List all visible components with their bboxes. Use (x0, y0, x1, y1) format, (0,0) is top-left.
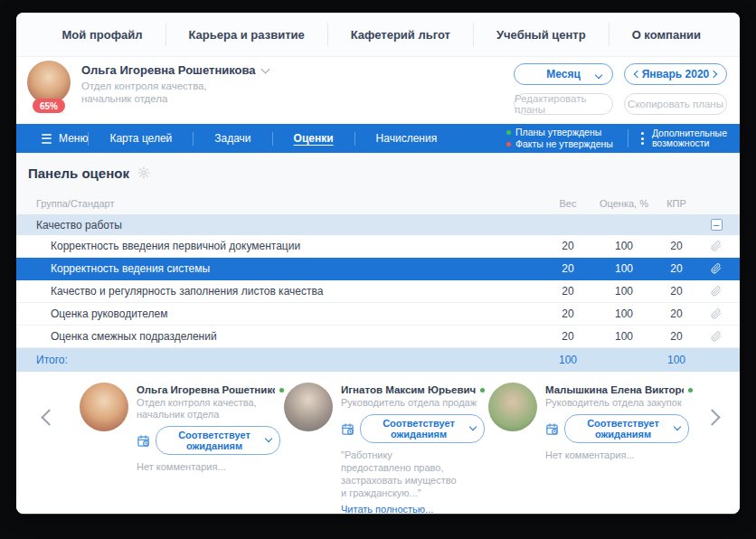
row-kpr: 20 (655, 307, 698, 320)
chevron-down-icon (265, 435, 272, 442)
legend-label: Факты не утверждены (515, 139, 613, 149)
progress-badge: 65% (33, 99, 65, 113)
blue-nav-tab[interactable]: Карта целей (89, 132, 193, 145)
assessment-calendar-icon[interactable] (341, 422, 354, 436)
reviewer-role: Руководитель отдела закупок (545, 397, 693, 409)
table-row[interactable]: Качество и регулярность заполнения листо… (16, 280, 740, 303)
online-status-dot (688, 388, 693, 392)
app-window: Мой профайлКарьера и развитиеКафетерий л… (16, 13, 740, 514)
position-line: начальник отдела (81, 93, 167, 104)
more-options-button[interactable]: Дополнительныевозможности (628, 129, 727, 147)
column-kpr: КПР (655, 198, 698, 209)
blue-nav-tab[interactable]: Оценки (273, 132, 354, 145)
assessments-panel: Панель оценок Группа/Стандарт Вес Оценка… (16, 153, 740, 372)
group-label: Качество работы (36, 219, 543, 232)
rating-label: Соответствует ожиданиям (178, 430, 250, 451)
top-nav-item[interactable]: О компании (610, 28, 723, 42)
rating-select[interactable]: Соответствует ожиданиям (156, 426, 280, 455)
total-row: Итого: 100 100 (16, 348, 740, 372)
department-line: Отдел контроля качества, (81, 80, 207, 91)
period-controls: Месяц Январь 2020 Редактировать планы Ск… (514, 63, 727, 115)
legend-item: Планы утверждены (506, 128, 613, 137)
profile-name-row[interactable]: Ольга Игоревна Рошетникова (81, 63, 269, 77)
rating-label: Соответствует ожиданиям (383, 418, 455, 440)
total-kpr: 100 (655, 354, 698, 366)
chevron-down-icon (595, 71, 602, 79)
top-nav-item[interactable]: Карьера и развитие (166, 28, 327, 42)
chevron-down-icon (674, 423, 681, 430)
rating-row: Соответствует ожиданиям (137, 426, 284, 455)
row-kpr: 20 (655, 330, 698, 343)
column-group-standard: Группа/Стандарт (36, 198, 543, 209)
period-picker[interactable]: Январь 2020 (624, 63, 727, 85)
row-score: 100 (593, 307, 655, 320)
period-mode-select[interactable]: Месяц (514, 63, 613, 85)
review-card-info: Игнатов Максим ЮрьевичРуководитель отдел… (341, 383, 488, 514)
top-nav-items: Мой профайлКарьера и развитиеКафетерий л… (40, 23, 723, 46)
rating-select[interactable]: Соответствует ожиданиям (360, 414, 485, 443)
section-tabs: Карта целейЗадачиОценкиНачисления (88, 132, 458, 146)
status-dot-icon (506, 142, 511, 147)
profile-avatar (27, 61, 71, 104)
gear-icon[interactable] (137, 166, 150, 179)
edit-plans-button[interactable]: Редактировать планы (514, 93, 613, 115)
top-nav-item[interactable]: Мой профайл (40, 28, 165, 42)
chevron-left-icon[interactable] (634, 71, 641, 78)
carousel-prev-button[interactable] (41, 409, 57, 425)
panel-title-row: Панель оценок (16, 153, 740, 193)
blue-nav-tab[interactable]: Задачи (194, 132, 271, 145)
review-cards: Ольга Игоревна РошетниковаОтдел контроля… (80, 383, 693, 514)
rating-select[interactable]: Соответствует ожиданиям (564, 414, 689, 443)
page-title: Панель оценок (28, 165, 129, 181)
legend-item: Факты не утверждены (506, 139, 613, 149)
reviewer-role: Отдел контроля качества, начальник отдел… (137, 397, 284, 421)
reviewer-comment: Нет комментария... (137, 460, 284, 473)
collapse-group-button[interactable]: – (711, 219, 723, 231)
profile-bar: 65% Ольга Игоревна Рошетникова Отдел кон… (16, 57, 740, 124)
reviewer-avatar (284, 383, 333, 431)
top-navigation: Мой профайлКарьера и развитиеКафетерий л… (16, 13, 740, 57)
row-label: Оценка смежных подразделений (51, 330, 543, 343)
read-more-link[interactable]: Читать полностью... (341, 504, 488, 514)
reviewer-name-row: Игнатов Максим Юрьевич (341, 384, 488, 395)
reviewer-name: Малышкина Елена Викторовна (545, 384, 684, 395)
table-row[interactable]: Корректность ведения системы2010020 (16, 258, 740, 280)
period-value: Январь 2020 (642, 68, 710, 80)
status-legend: Планы утвержденыФакты не утверждены (506, 128, 613, 149)
more-options-label: Дополнительныевозможности (652, 128, 727, 148)
top-nav-item[interactable]: Учебный центр (474, 28, 609, 42)
legend-label: Планы утверждены (515, 128, 601, 137)
row-label: Оценка руководителем (51, 307, 543, 320)
attachment-icon[interactable] (698, 263, 734, 274)
copy-plans-button[interactable]: Скопировать планы (624, 93, 727, 115)
row-weight: 20 (543, 262, 593, 275)
row-weight: 20 (543, 330, 593, 343)
row-score: 100 (593, 330, 655, 343)
rating-label: Соответствует ожиданиям (587, 418, 659, 440)
reviewer-comment: "Работнику предоставлено право, застрахо… (341, 449, 488, 499)
table-row[interactable]: Оценка руководителем2010020 (16, 303, 740, 326)
menu-button[interactable]: Меню (29, 132, 88, 145)
reviewer-name: Игнатов Максим Юрьевич (341, 384, 476, 395)
review-card: Ольга Игоревна РошетниковаОтдел контроля… (80, 383, 284, 514)
group-row[interactable]: Качество работы – (16, 214, 740, 235)
assessment-calendar-icon[interactable] (545, 422, 559, 436)
reviewer-name: Ольга Игоревна Рошетникова (137, 384, 275, 395)
blue-nav-tab[interactable]: Начисления (355, 132, 458, 145)
attachment-icon[interactable] (698, 241, 734, 251)
attachment-icon[interactable] (698, 308, 734, 319)
period-mode-label: Месяц (546, 68, 581, 80)
attachment-icon[interactable] (698, 286, 734, 297)
reviewer-comment: Нет комментария... (545, 449, 693, 461)
table-row[interactable]: Корректность введения первичной документ… (16, 235, 740, 258)
attachment-icon[interactable] (698, 331, 734, 342)
row-weight: 20 (543, 307, 593, 320)
reviews-carousel: Ольга Игоревна РошетниковаОтдел контроля… (16, 372, 740, 514)
profile-department: Отдел контроля качества, начальник отдел… (81, 80, 207, 105)
top-nav-item[interactable]: Кафетерий льгот (328, 28, 473, 42)
table-row[interactable]: Оценка смежных подразделений2010020 (16, 326, 740, 348)
row-score: 100 (593, 262, 655, 275)
chevron-right-icon[interactable] (710, 71, 717, 78)
assessment-calendar-icon[interactable] (137, 434, 150, 448)
carousel-next-button[interactable] (704, 409, 720, 425)
